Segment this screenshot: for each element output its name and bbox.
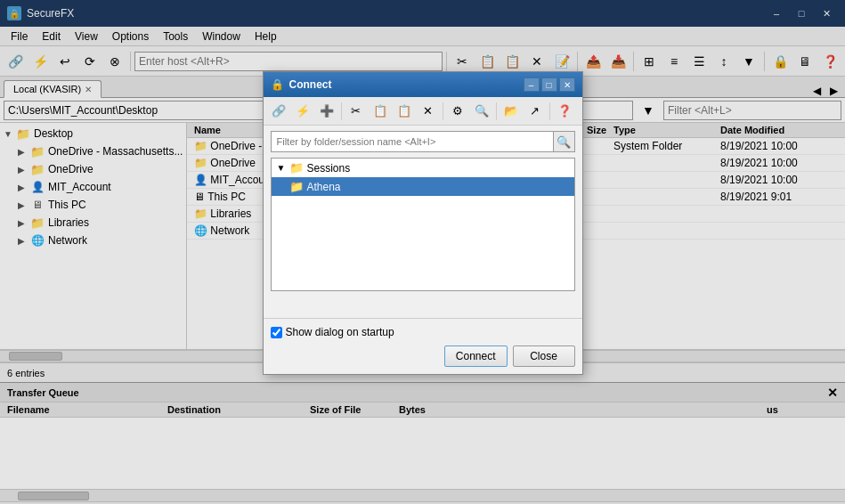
dtb-delete-btn[interactable]: ✕ xyxy=(417,100,440,123)
dtree-sessions[interactable]: ▼ 📁 Sessions xyxy=(272,159,574,177)
dtb-cut-btn[interactable]: ✂ xyxy=(345,100,368,123)
dtb-sep-4 xyxy=(549,102,550,120)
dialog-spacer xyxy=(264,291,582,318)
session-filter-input[interactable] xyxy=(271,131,554,152)
dialog-maximize-btn[interactable]: □ xyxy=(541,77,557,92)
dialog-toolbar: 🔗 ⚡ ➕ ✂ 📋 📋 ✕ ⚙ 🔍 📂 ↗ ❓ xyxy=(264,97,582,126)
dtb-link-btn[interactable]: 🔗 xyxy=(267,100,290,123)
dialog-buttons: Connect Close xyxy=(271,345,575,367)
dialog-title-icon: 🔒 xyxy=(271,78,284,91)
show-dialog-label: Show dialog on startup xyxy=(286,326,394,338)
dtb-folder-btn[interactable]: 📂 xyxy=(500,100,523,123)
show-dialog-row: Show dialog on startup xyxy=(271,326,575,338)
folder-icon: 📁 xyxy=(289,180,304,193)
expand-arrow: ▼ xyxy=(277,163,289,173)
filter-search-btn[interactable]: 🔍 xyxy=(554,131,575,152)
folder-icon: 📁 xyxy=(289,161,304,175)
connect-dialog: 🔒 Connect – □ ✕ 🔗 ⚡ ➕ ✂ 📋 📋 ✕ ⚙ 🔍 📂 ↗ xyxy=(263,71,583,375)
close-dialog-button[interactable]: Close xyxy=(513,345,575,367)
dtb-copy-btn[interactable]: 📋 xyxy=(369,100,392,123)
dtb-search-btn[interactable]: 🔍 xyxy=(470,100,493,123)
dialog-close-btn[interactable]: ✕ xyxy=(559,77,575,92)
dialog-title-bar: 🔒 Connect – □ ✕ xyxy=(264,72,582,97)
dtb-export-btn[interactable]: ↗ xyxy=(524,100,547,123)
connect-button[interactable]: Connect xyxy=(444,345,508,367)
dialog-window-controls: – □ ✕ xyxy=(524,77,575,92)
dialog-footer: Show dialog on startup Connect Close xyxy=(264,318,582,374)
dtb-lightning-btn[interactable]: ⚡ xyxy=(291,100,314,123)
dtb-settings-btn[interactable]: ⚙ xyxy=(446,100,469,123)
dtb-sep-3 xyxy=(496,102,497,120)
dtb-add-btn[interactable]: ➕ xyxy=(315,100,338,123)
filter-wrapper: 🔍 xyxy=(271,131,575,152)
session-tree: ▼ 📁 Sessions 📁 Athena xyxy=(271,158,575,291)
dtree-label: Athena xyxy=(307,181,341,193)
dialog-title-text: Connect xyxy=(289,78,524,91)
dtree-athena[interactable]: 📁 Athena xyxy=(272,177,574,196)
dtb-paste-btn[interactable]: 📋 xyxy=(393,100,416,123)
dtree-label: Sessions xyxy=(307,162,351,175)
dialog-overlay: 🔒 Connect – □ ✕ 🔗 ⚡ ➕ ✂ 📋 📋 ✕ ⚙ 🔍 📂 ↗ xyxy=(0,0,845,504)
dialog-minimize-btn[interactable]: – xyxy=(524,77,540,92)
dtb-sep-2 xyxy=(443,102,443,120)
dtb-sep-1 xyxy=(341,102,342,120)
dialog-filter: 🔍 xyxy=(264,126,582,158)
show-dialog-checkbox[interactable] xyxy=(271,327,282,338)
dtb-help-btn[interactable]: ❓ xyxy=(553,100,576,123)
